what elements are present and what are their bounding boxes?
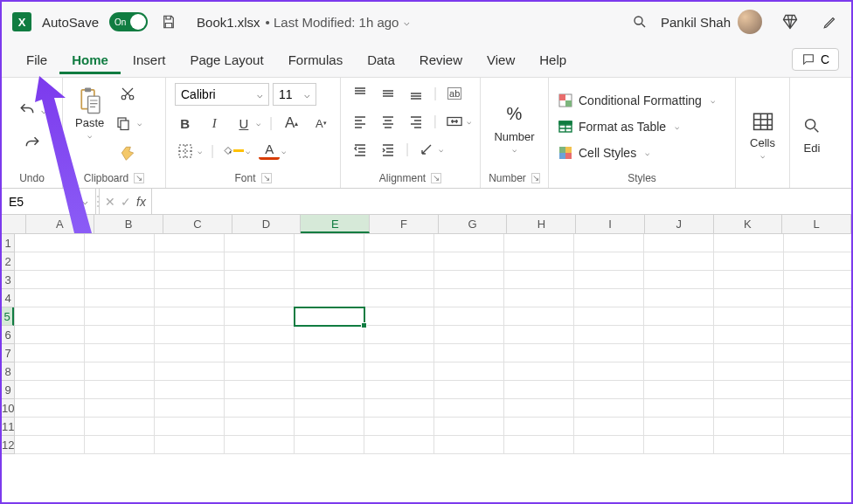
- cell[interactable]: [434, 326, 504, 344]
- cell[interactable]: [784, 307, 851, 326]
- chevron-down-icon[interactable]: ⌵: [246, 147, 250, 155]
- cell[interactable]: [644, 271, 714, 289]
- tab-formulas[interactable]: Formulas: [276, 45, 356, 74]
- fx-button[interactable]: fx: [136, 195, 146, 209]
- cell[interactable]: [295, 381, 364, 399]
- cell[interactable]: [85, 326, 155, 344]
- cell[interactable]: [574, 381, 644, 399]
- row-header[interactable]: 5: [2, 307, 14, 326]
- cell[interactable]: [644, 252, 714, 271]
- dialog-launcher-icon[interactable]: ↘: [134, 173, 144, 183]
- decrease-font-button[interactable]: A▾: [311, 113, 331, 134]
- cancel-formula-button[interactable]: ✕: [105, 195, 115, 209]
- user-account[interactable]: Pankil Shah: [661, 10, 762, 34]
- cell[interactable]: [15, 399, 85, 418]
- cell[interactable]: [784, 271, 851, 289]
- column-header[interactable]: C: [163, 215, 232, 233]
- cell[interactable]: [504, 289, 574, 307]
- cell[interactable]: [225, 362, 295, 381]
- cell[interactable]: [225, 418, 295, 436]
- editing-button[interactable]: Edi: [794, 108, 829, 158]
- cell[interactable]: [714, 399, 784, 418]
- cell[interactable]: [504, 381, 574, 399]
- cell[interactable]: [225, 344, 295, 362]
- cell[interactable]: [434, 252, 504, 271]
- cell[interactable]: [434, 344, 504, 362]
- cell[interactable]: [434, 362, 504, 381]
- tab-page-layout[interactable]: Page Layout: [177, 45, 275, 74]
- cell[interactable]: [155, 436, 225, 454]
- cell[interactable]: [85, 418, 155, 436]
- undo-button[interactable]: [17, 100, 38, 121]
- row-header[interactable]: 4: [2, 289, 14, 307]
- cell[interactable]: [574, 307, 644, 326]
- cell[interactable]: [15, 271, 85, 289]
- cell[interactable]: [644, 326, 714, 344]
- bold-button[interactable]: B: [175, 113, 195, 134]
- cell[interactable]: [504, 436, 574, 454]
- row-header[interactable]: 10: [2, 399, 14, 418]
- align-top-button[interactable]: [350, 83, 371, 104]
- chevron-down-icon[interactable]: ⌵: [198, 147, 202, 155]
- cell[interactable]: [714, 381, 784, 399]
- cell[interactable]: [504, 418, 574, 436]
- cell[interactable]: [434, 307, 504, 326]
- row-header[interactable]: 9: [2, 381, 14, 399]
- cell[interactable]: [574, 326, 644, 344]
- cell[interactable]: [364, 344, 434, 362]
- row-header[interactable]: 11: [2, 418, 14, 436]
- column-header[interactable]: J: [645, 215, 714, 233]
- cell[interactable]: [15, 381, 85, 399]
- number-format-button[interactable]: % Number ⌵: [490, 97, 537, 157]
- cell[interactable]: [295, 436, 364, 454]
- font-size-dropdown[interactable]: 11⌵: [273, 83, 316, 106]
- cell[interactable]: [434, 234, 504, 252]
- cell[interactable]: [784, 381, 851, 399]
- cells-area[interactable]: [15, 234, 851, 454]
- column-header[interactable]: K: [714, 215, 783, 233]
- cell[interactable]: [714, 289, 784, 307]
- paste-button[interactable]: Paste ⌵: [72, 83, 107, 143]
- cell[interactable]: [504, 234, 574, 252]
- increase-indent-button[interactable]: [378, 139, 399, 160]
- cell[interactable]: [295, 399, 364, 418]
- cell[interactable]: [295, 271, 364, 289]
- cell[interactable]: [225, 326, 295, 344]
- enter-formula-button[interactable]: ✓: [121, 195, 131, 209]
- cell[interactable]: [85, 436, 155, 454]
- cell[interactable]: [784, 234, 851, 252]
- cell[interactable]: [295, 418, 364, 436]
- cell[interactable]: [644, 436, 714, 454]
- cell[interactable]: [364, 307, 434, 326]
- cell[interactable]: [155, 289, 225, 307]
- cell[interactable]: [504, 399, 574, 418]
- cell[interactable]: [434, 418, 504, 436]
- cell[interactable]: [574, 271, 644, 289]
- cell[interactable]: [714, 344, 784, 362]
- row-header[interactable]: 12: [2, 436, 14, 454]
- cell[interactable]: [155, 362, 225, 381]
- align-center-button[interactable]: [378, 111, 399, 132]
- cell[interactable]: [155, 326, 225, 344]
- cell[interactable]: [15, 344, 85, 362]
- cell[interactable]: [225, 307, 295, 326]
- cell[interactable]: [85, 362, 155, 381]
- cell[interactable]: [295, 289, 364, 307]
- column-header[interactable]: B: [94, 215, 163, 233]
- column-header[interactable]: H: [507, 215, 576, 233]
- cell[interactable]: [714, 252, 784, 271]
- cell[interactable]: [574, 362, 644, 381]
- row-header[interactable]: 7: [2, 344, 14, 362]
- row-header[interactable]: 6: [2, 326, 14, 344]
- cell[interactable]: [784, 399, 851, 418]
- fill-color-button[interactable]: [223, 141, 244, 162]
- row-header[interactable]: 3: [2, 271, 14, 289]
- align-right-button[interactable]: [406, 111, 426, 132]
- cell[interactable]: [225, 289, 295, 307]
- cell[interactable]: [364, 252, 434, 271]
- diamond-icon[interactable]: [780, 11, 801, 32]
- cell[interactable]: [504, 307, 574, 326]
- cell[interactable]: [574, 418, 644, 436]
- cell[interactable]: [225, 234, 295, 252]
- cell[interactable]: [364, 271, 434, 289]
